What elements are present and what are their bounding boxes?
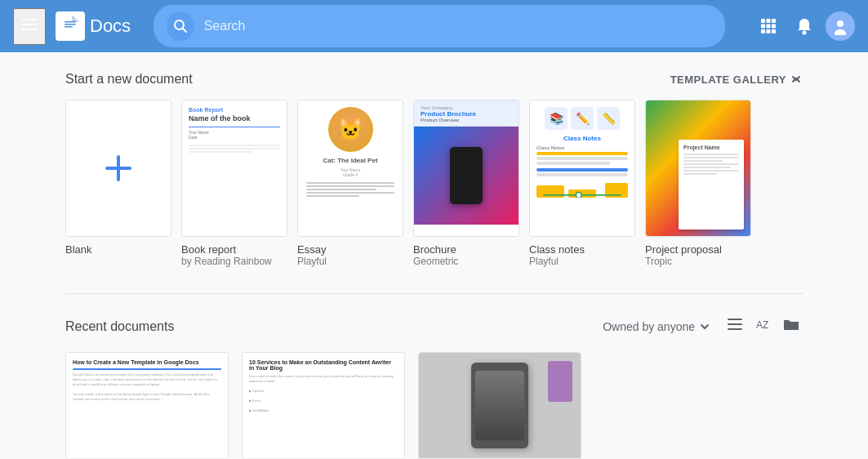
book-report-divider	[189, 127, 280, 127]
list-view-button[interactable]	[724, 314, 746, 339]
svg-point-18	[803, 31, 807, 35]
class-notes-thumbnail: 📚 ✏️ 📏 Class Notes Class Notes	[529, 100, 635, 237]
main-content: Start a new document TEMPLATE GALLERY Bl…	[0, 52, 868, 459]
svg-rect-23	[105, 167, 131, 170]
book-report-template-name: Book report	[181, 243, 287, 256]
brochure-template-sub: Geometric	[413, 256, 519, 267]
template-gallery-button[interactable]: TEMPLATE GALLERY	[670, 73, 803, 86]
svg-point-25	[576, 192, 581, 198]
new-doc-title: Start a new document	[65, 72, 193, 87]
apps-button[interactable]	[754, 11, 783, 41]
recent-docs-title: Recent documents	[65, 319, 174, 334]
doc-1-thumbnail: How to Create a New Template in Google D…	[66, 353, 228, 459]
progress-bar-icon	[536, 181, 628, 198]
class-notes-header-text: Class Notes	[536, 135, 628, 142]
doc-3-thumbnail	[419, 353, 581, 459]
recent-docs-row: How to Create a New Template in Google D…	[65, 352, 803, 459]
new-doc-section-header: Start a new document TEMPLATE GALLERY	[65, 72, 803, 87]
sort-button[interactable]: AZ	[752, 314, 773, 339]
doc-2-text: If you want to make the content of your …	[249, 374, 398, 413]
book-report-header-text: Book Report	[189, 107, 280, 113]
search-icon-wrap	[167, 11, 194, 41]
book-report-thumbnail: Book Report Name of the book Your NameDa…	[181, 100, 287, 237]
bell-icon	[796, 17, 812, 35]
section-divider	[65, 293, 803, 294]
svg-rect-9	[761, 19, 765, 23]
plus-icon	[99, 149, 138, 188]
class-notes-icons: 📚 ✏️ 📏	[536, 107, 628, 130]
apps-grid-icon	[760, 18, 777, 34]
template-essay[interactable]: 🐱 Cat: The Ideal Pet Your NameGrade # Es…	[297, 100, 403, 267]
logo-icon	[56, 11, 85, 41]
class-notes-template-name: Class notes	[529, 243, 635, 256]
svg-line-8	[182, 29, 186, 33]
sort-icon: AZ	[755, 317, 770, 332]
project-proposal-template-sub: Tropic	[645, 256, 751, 267]
dropdown-chevron-icon	[698, 320, 711, 333]
svg-rect-12	[761, 25, 765, 29]
svg-rect-1	[21, 24, 38, 25]
book-report-template-sub: by Reading Rainbow	[181, 256, 287, 267]
template-book-report[interactable]: Book Report Name of the book Your NameDa…	[181, 100, 287, 267]
brochure-thumbnail: Your Company Product Brochure Product Ov…	[413, 100, 519, 237]
recent-docs-controls: Owned by anyone AZ	[603, 314, 803, 339]
book-report-title-text: Name of the book	[189, 114, 280, 123]
project-proposal-template-name: Project proposal	[645, 243, 751, 256]
recent-doc-2[interactable]: 10 Services to Make an Outstanding Conte…	[242, 352, 405, 459]
svg-rect-14	[772, 25, 776, 29]
ruler-icon: 📏	[597, 107, 620, 130]
essay-lines	[306, 180, 394, 198]
search-input[interactable]	[204, 19, 712, 33]
view-toggle: AZ	[724, 314, 803, 339]
doc-2-title: 10 Services to Make an Outstanding Conte…	[249, 359, 398, 371]
menu-button[interactable]	[13, 8, 46, 45]
book-icon: 📚	[545, 107, 568, 130]
svg-rect-26	[728, 319, 742, 320]
svg-rect-6	[65, 26, 73, 28]
app-logo: Docs	[56, 11, 131, 41]
book-report-small-text: Your NameDate	[189, 130, 280, 140]
blank-template-name: Blank	[65, 243, 171, 256]
doc-1-title: How to Create a New Template in Google D…	[73, 359, 221, 365]
brochure-template-name: Brochure	[413, 243, 519, 256]
template-brochure[interactable]: Your Company Product Brochure Product Ov…	[413, 100, 519, 267]
svg-point-20	[837, 20, 844, 27]
doc-2-thumbnail: 10 Services to Make an Outstanding Conte…	[243, 353, 404, 459]
owned-by-dropdown[interactable]: Owned by anyone	[603, 320, 711, 333]
recent-doc-1[interactable]: How to Create a New Template in Google D…	[65, 352, 229, 459]
svg-rect-17	[772, 29, 776, 33]
svg-rect-10	[767, 19, 771, 23]
svg-rect-2	[21, 29, 38, 30]
recent-docs-section-header: Recent documents Owned by anyone	[65, 314, 803, 339]
app-name: Docs	[90, 16, 131, 37]
essay-template-sub: Playful	[297, 256, 403, 267]
pencil-icon: ✏️	[571, 107, 594, 130]
svg-rect-5	[65, 24, 76, 25]
template-class-notes[interactable]: 📚 ✏️ 📏 Class Notes Class Notes	[529, 100, 635, 267]
template-gallery-label: TEMPLATE GALLERY	[670, 74, 786, 86]
avatar[interactable]	[826, 11, 855, 41]
essay-template-name: Essay	[297, 243, 403, 256]
folder-icon	[783, 317, 799, 332]
expand-icon	[790, 73, 803, 86]
search-bar[interactable]	[154, 5, 725, 47]
search-icon	[173, 19, 188, 33]
essay-thumbnail: 🐱 Cat: The Ideal Pet Your NameGrade #	[297, 100, 403, 237]
list-view-icon	[728, 317, 742, 332]
svg-rect-15	[761, 29, 765, 33]
recent-doc-3[interactable]	[418, 352, 581, 459]
header-actions	[754, 11, 855, 42]
notifications-button[interactable]	[790, 11, 819, 42]
templates-row: Blank Book Report Name of the book Your …	[65, 100, 803, 274]
folder-view-button[interactable]	[780, 314, 803, 339]
doc-1-text: Google Docs is an amazing example cloud …	[73, 372, 221, 402]
template-project-proposal[interactable]: Project Name Project proposal Tropic	[645, 100, 751, 267]
svg-rect-16	[767, 29, 771, 33]
template-blank[interactable]: Blank	[65, 100, 171, 267]
svg-rect-28	[728, 328, 742, 330]
app-header: Docs	[0, 0, 868, 52]
proposal-name-text: Project Name	[683, 145, 739, 150]
blank-thumbnail	[65, 100, 171, 237]
class-notes-template-sub: Playful	[529, 256, 635, 267]
owned-by-label: Owned by anyone	[603, 320, 695, 333]
